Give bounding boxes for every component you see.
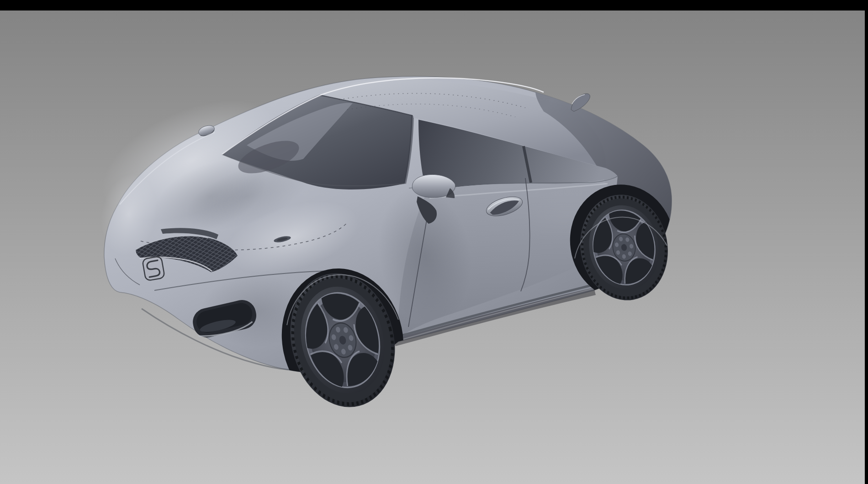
render-stage — [0, 0, 868, 484]
letterbox-right-bar — [865, 0, 868, 484]
car-render — [0, 0, 868, 484]
seat-s-logo-icon — [142, 256, 165, 281]
concept-car — [84, 76, 682, 423]
letterbox-top-bar — [0, 0, 868, 11]
